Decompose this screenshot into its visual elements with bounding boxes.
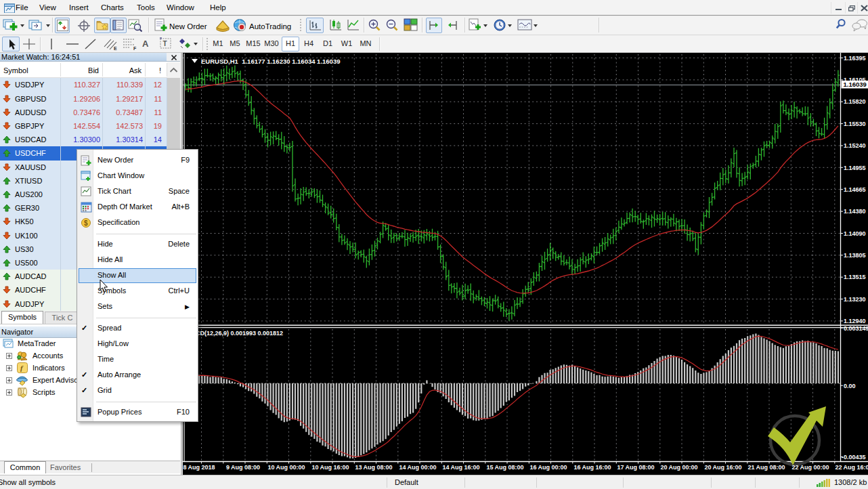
svg-text:8 Aug 2018: 8 Aug 2018 bbox=[183, 464, 215, 471]
svg-text:15 Aug 08:00: 15 Aug 08:00 bbox=[486, 464, 523, 471]
svg-text:1.14955: 1.14955 bbox=[844, 165, 866, 171]
svg-text:$: $ bbox=[84, 219, 88, 227]
svg-text:1.15240: 1.15240 bbox=[844, 142, 866, 149]
svg-text:EURUSD,H1 1.16177 1.16230 1.1: EURUSD,H1 1.16177 1.16230 1.16034 1.1603… bbox=[201, 58, 340, 65]
svg-text:16 Aug 00:00: 16 Aug 00:00 bbox=[529, 464, 567, 471]
svg-text:10 Aug 00:00: 10 Aug 00:00 bbox=[267, 464, 305, 471]
svg-text:16 Aug 16:00: 16 Aug 16:00 bbox=[573, 464, 611, 471]
svg-text:0.003149: 0.003149 bbox=[844, 325, 868, 332]
svg-text:MACD(12,26,9) 0.001993 0.00181: MACD(12,26,9) 0.001993 0.001812 bbox=[186, 330, 283, 337]
svg-text:T: T bbox=[163, 40, 167, 47]
svg-text:1.16395: 1.16395 bbox=[844, 55, 866, 62]
svg-text:20 Aug 16:00: 20 Aug 16:00 bbox=[704, 464, 741, 471]
svg-text:1.16039: 1.16039 bbox=[844, 81, 867, 88]
svg-text:10 Aug 16:00: 10 Aug 16:00 bbox=[311, 464, 349, 471]
svg-text:-0.00435: -0.00435 bbox=[842, 454, 866, 461]
svg-text:0.00: 0.00 bbox=[844, 383, 856, 389]
svg-text:1.14380: 1.14380 bbox=[844, 208, 866, 215]
svg-text:1.14090: 1.14090 bbox=[844, 230, 866, 237]
svg-text:17 Aug 08:00: 17 Aug 08:00 bbox=[617, 464, 654, 471]
svg-text:9 Aug 08:00: 9 Aug 08:00 bbox=[226, 464, 260, 471]
svg-text:1.12940: 1.12940 bbox=[844, 318, 866, 324]
svg-text:14 Aug 00:00: 14 Aug 00:00 bbox=[399, 464, 436, 471]
svg-text:1.15820: 1.15820 bbox=[844, 98, 866, 105]
svg-text:1.13515: 1.13515 bbox=[844, 274, 866, 280]
svg-text:20 Aug 00:00: 20 Aug 00:00 bbox=[660, 464, 697, 471]
svg-text:22 Aug 16:00: 22 Aug 16:00 bbox=[835, 464, 868, 471]
svg-text:E: E bbox=[114, 46, 117, 51]
svg-text:21 Aug 08:00: 21 Aug 08:00 bbox=[747, 464, 785, 471]
svg-text:F: F bbox=[133, 46, 137, 51]
svg-text:1.14665: 1.14665 bbox=[844, 186, 866, 193]
svg-text:14 Aug 16:00: 14 Aug 16:00 bbox=[442, 464, 479, 471]
svg-text:13 Aug 08:00: 13 Aug 08:00 bbox=[355, 464, 392, 471]
svg-text:22 Aug 00:00: 22 Aug 00:00 bbox=[791, 464, 829, 471]
svg-text:1.13805: 1.13805 bbox=[844, 252, 866, 259]
svg-text:1.13230: 1.13230 bbox=[844, 296, 866, 303]
svg-text:1.15530: 1.15530 bbox=[844, 121, 866, 127]
